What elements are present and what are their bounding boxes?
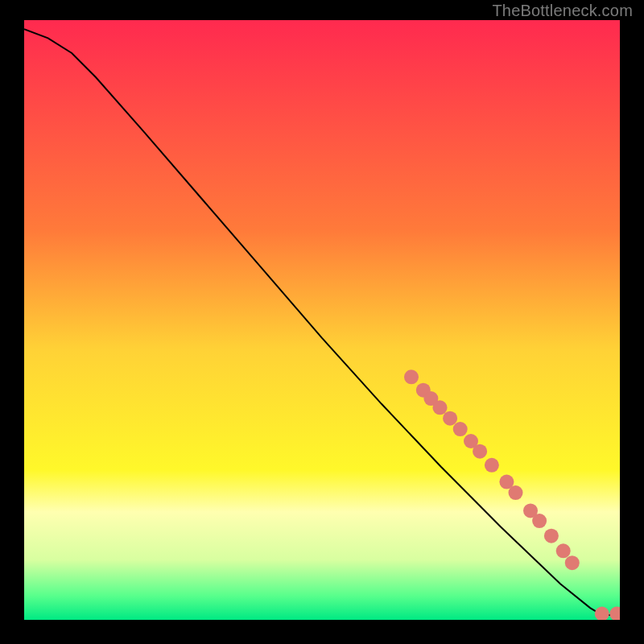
curve-marker [544, 529, 559, 543]
curve-marker [532, 514, 547, 528]
attribution-label: TheBottleneck.com [492, 2, 633, 20]
curve-marker [509, 485, 523, 500]
curve-marker [473, 444, 487, 459]
curve-marker [556, 543, 571, 558]
curve-marker [443, 411, 457, 426]
chart-frame: TheBottleneck.com [0, 0, 644, 644]
curve-marker [485, 458, 499, 473]
curve-marker [565, 555, 580, 570]
chart-svg [24, 20, 620, 620]
curve-marker [404, 369, 419, 384]
gradient-background [24, 20, 620, 620]
plot-area [24, 20, 620, 620]
curve-marker [453, 422, 468, 436]
curve-marker [433, 400, 448, 415]
